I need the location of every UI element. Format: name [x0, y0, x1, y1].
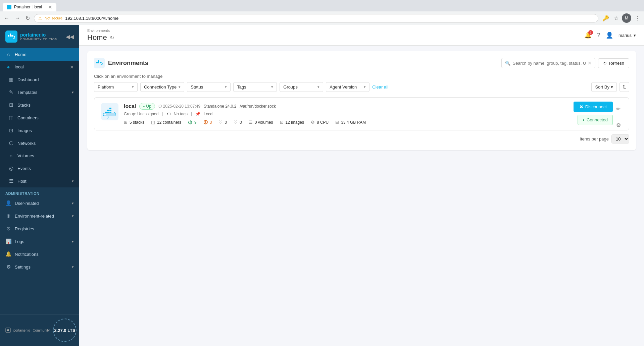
sidebar-item-registries[interactable]: ⊙ Registries — [0, 222, 79, 235]
docker-icon — [101, 103, 118, 121]
help-icon[interactable]: ? — [597, 32, 600, 39]
volumes-count: 0 volumes — [255, 120, 273, 125]
refresh-label: Refresh — [609, 61, 624, 66]
sort-by-button[interactable]: Sort By ▾ — [591, 82, 617, 92]
sidebar-item-settings[interactable]: ⚙ Settings ▾ — [0, 261, 79, 273]
env-settings-icon[interactable]: ⚙ — [616, 122, 621, 128]
browser-tab[interactable]: Portainer | local ✕ — [3, 3, 56, 11]
platform-label: Platform — [98, 84, 114, 90]
refresh-button[interactable]: ↻ Refresh — [598, 58, 629, 68]
cpu-count: 8 CPU — [317, 120, 329, 125]
sidebar-item-dashboard[interactable]: ▦ Dashboard — [3, 73, 79, 86]
stopped-count: 3 — [210, 120, 212, 125]
user-info[interactable]: marius ▾ — [618, 33, 636, 38]
images-count: 12 images — [286, 120, 304, 125]
activity-icon: ⬡ — [158, 104, 162, 109]
sidebar-item-host[interactable]: ☰ Host ▾ — [3, 175, 79, 187]
sidebar-item-volumes[interactable]: ○ Volumes — [3, 150, 79, 162]
registries-icon: ⊙ — [5, 226, 11, 232]
local-value: Local — [204, 112, 213, 116]
env-tags-row: Group: Unassigned | 🏷 No tags | 📌 Local — [124, 112, 622, 116]
images-label: Images — [17, 128, 74, 133]
stat-ram: ⊟ 33.4 GB RAM — [335, 120, 366, 125]
svg-rect-12 — [105, 112, 107, 113]
forward-button[interactable]: → — [13, 14, 21, 22]
env-type: Standalone 24.0.2 — [204, 104, 236, 109]
svg-rect-16 — [109, 110, 111, 111]
stat-volumes: ☰ 0 volumes — [249, 120, 273, 125]
filter-hint: Click on an environment to manage — [94, 74, 629, 79]
items-per-page: Items per page 10 25 50 — [94, 134, 629, 143]
volumes-stat-icon: ☰ — [249, 120, 253, 125]
tab-close-icon[interactable]: ✕ — [48, 5, 52, 9]
sidebar-item-networks[interactable]: ⬡ Networks — [3, 137, 79, 150]
notification-icon[interactable]: 🔔 1 — [584, 32, 592, 39]
svg-rect-1 — [10, 35, 11, 37]
connected-badge: Connected — [578, 115, 613, 125]
environments-card: Environments 🔍 ✕ ↻ Refresh — [87, 51, 636, 150]
containers-stat-icon: ◫ — [151, 120, 155, 125]
page-refresh-icon[interactable]: ↻ — [110, 35, 114, 41]
sidebar-item-notifications[interactable]: 🔔 Notifications — [0, 248, 79, 261]
sidebar-item-home[interactable]: ⌂ Home — [0, 48, 79, 61]
tags-filter[interactable]: Tags ▾ — [233, 82, 277, 92]
env-status-badge: Up — [139, 103, 155, 110]
environment-card-local[interactable]: local Up ⬡ 2025-02-20 13:07:49 Standalon… — [94, 97, 629, 130]
search-box[interactable]: 🔍 ✕ — [501, 58, 595, 68]
sidebar-item-local[interactable]: ● local ✕ — [0, 61, 79, 73]
menu-icon[interactable]: ⋮ — [633, 14, 641, 23]
svg-rect-0 — [8, 35, 9, 37]
reload-button[interactable]: ↻ — [24, 14, 31, 23]
back-button[interactable]: ← — [3, 14, 11, 22]
sidebar-item-environment-related[interactable]: ⊕ Environment-related ▾ — [0, 210, 79, 222]
sidebar-item-user-related[interactable]: 👤 User-related ▾ — [0, 197, 79, 210]
sidebar-item-logs[interactable]: 📊 Logs ▾ — [0, 235, 79, 248]
agent-version-filter[interactable]: Agent Version ▾ — [326, 82, 369, 92]
sort-direction-button[interactable]: ⇅ — [620, 82, 629, 92]
images-icon: ⊡ — [8, 127, 14, 133]
stat-running: ⏻ 9 — [188, 120, 197, 125]
connection-type-filter[interactable]: Connection Type ▾ — [140, 82, 184, 92]
community-label: Community — [33, 329, 50, 332]
containers-label: Containers — [17, 115, 74, 120]
sidebar-collapse-icon[interactable]: ◀◀ — [66, 34, 74, 40]
containers-count: 12 containers — [157, 120, 181, 125]
profile-icon[interactable]: 👤 — [606, 32, 613, 39]
tag-icon: 🏷 — [166, 112, 170, 116]
sidebar-item-containers[interactable]: ◫ Containers — [3, 111, 79, 124]
clear-all-button[interactable]: Clear all — [372, 84, 388, 90]
events-icon: ◎ — [8, 165, 14, 171]
sort-direction-icon: ⇅ — [623, 84, 626, 90]
env-title-row: local Up ⬡ 2025-02-20 13:07:49 Standalon… — [124, 103, 622, 110]
svg-rect-3 — [10, 34, 11, 35]
sidebar-item-images[interactable]: ⊡ Images — [3, 124, 79, 137]
svg-rect-2 — [11, 35, 13, 37]
breadcrumb: Environments — [87, 28, 114, 33]
version-number: 2.27.0 LTS — [54, 328, 75, 333]
refresh-icon: ↻ — [603, 61, 607, 66]
stacks-count: 5 stacks — [130, 120, 144, 125]
bookmark-icon[interactable]: ☆ — [612, 14, 620, 23]
platform-filter[interactable]: Platform ▾ — [94, 82, 138, 92]
env-header-actions: 🔍 ✕ ↻ Refresh — [501, 58, 629, 68]
search-clear-icon[interactable]: ✕ — [588, 60, 592, 66]
not-secure-label: Not secure — [45, 16, 62, 20]
stopped-icon: ⏼ — [203, 120, 208, 125]
close-env-icon[interactable]: ✕ — [70, 64, 74, 70]
search-input[interactable] — [512, 61, 586, 66]
password-icon[interactable]: 🔑 — [601, 14, 610, 23]
logo-icon — [5, 31, 17, 43]
status-filter[interactable]: Status ▾ — [187, 82, 231, 92]
address-bar[interactable]: ⚠ Not secure 192.168.1.18:9000/#!/home — [34, 14, 598, 22]
per-page-select[interactable]: 10 25 50 — [611, 134, 629, 143]
sidebar-item-templates[interactable]: ✎ Templates ▾ — [3, 86, 79, 99]
stat-images: ⊡ 12 images — [280, 120, 304, 125]
card-action-icons: ✖ Disconnect Connected ✏ ⚙ — [574, 102, 625, 125]
groups-filter[interactable]: Groups ▾ — [280, 82, 323, 92]
running-icon: ⏻ — [188, 120, 192, 125]
sidebar-item-events[interactable]: ◎ Events — [3, 162, 79, 175]
user-avatar[interactable]: M — [622, 13, 631, 23]
sidebar-item-stacks[interactable]: ⊞ Stacks — [3, 99, 79, 111]
edit-icon[interactable]: ✏ — [616, 106, 621, 112]
disconnect-button[interactable]: ✖ Disconnect — [574, 102, 613, 112]
